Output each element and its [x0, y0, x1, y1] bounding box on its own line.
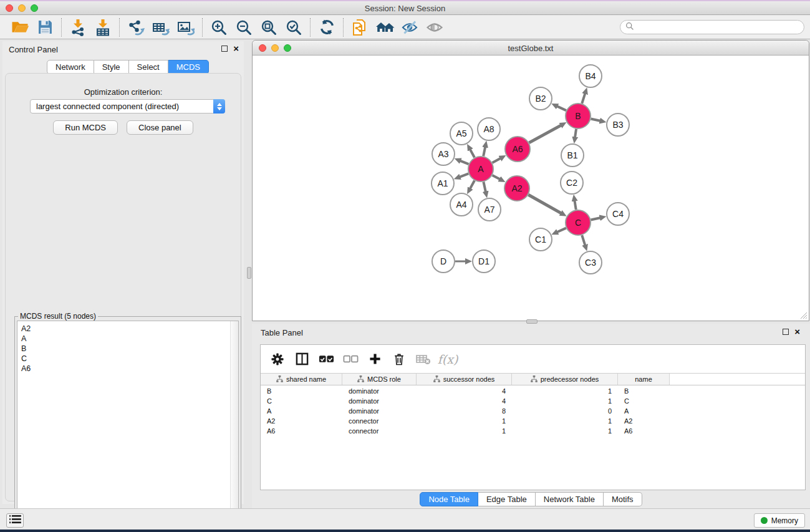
- run-mcds-button[interactable]: Run MCDS: [53, 120, 118, 135]
- network-canvas[interactable]: B4B2BB3A8A5A6A3B1AA1C2A2A4A7C4CC1C3DD1: [253, 56, 809, 321]
- edge-B-B1[interactable]: [575, 129, 576, 138]
- delete-column-icon[interactable]: [390, 350, 408, 369]
- network-node-D1[interactable]: D1: [473, 250, 495, 273]
- tab-network-table[interactable]: Network Table: [536, 492, 604, 506]
- edge-A-A5[interactable]: [470, 149, 475, 158]
- zoom-selected-icon[interactable]: [281, 17, 306, 37]
- network-node-B2[interactable]: B2: [529, 87, 552, 110]
- apply-layout-icon[interactable]: [314, 17, 339, 37]
- edge-A-A6[interactable]: [492, 158, 501, 163]
- float-table-panel-icon[interactable]: [783, 329, 789, 335]
- edge-A-A4[interactable]: [470, 180, 475, 189]
- import-table-icon[interactable]: [90, 17, 115, 37]
- network-node-A5[interactable]: A5: [450, 122, 473, 145]
- memory-button[interactable]: Memory: [754, 513, 805, 528]
- network-node-C4[interactable]: C4: [607, 203, 629, 225]
- edge-C-C4[interactable]: [591, 218, 601, 220]
- save-session-icon[interactable]: [32, 17, 57, 37]
- open-session-icon[interactable]: [7, 17, 32, 37]
- network-node-C2[interactable]: C2: [561, 172, 583, 194]
- network-node-A2[interactable]: A2: [504, 176, 529, 201]
- network-node-B1[interactable]: B1: [561, 144, 584, 167]
- zoom-out-icon[interactable]: [231, 17, 256, 37]
- tab-network[interactable]: Network: [47, 60, 94, 74]
- network-node-B3[interactable]: B3: [607, 114, 629, 136]
- mcds-result-item[interactable]: A6: [21, 364, 238, 374]
- tab-select[interactable]: Select: [129, 60, 168, 74]
- search-input[interactable]: [637, 22, 804, 33]
- edge-C-C1[interactable]: [557, 228, 566, 233]
- import-network-icon[interactable]: [65, 17, 90, 37]
- tab-edge-table[interactable]: Edge Table: [478, 492, 536, 506]
- zoom-in-icon[interactable]: [206, 17, 231, 37]
- network-node-A4[interactable]: A4: [450, 193, 473, 216]
- network-node-C[interactable]: C: [566, 210, 591, 235]
- edge-B-B3[interactable]: [591, 118, 601, 121]
- tab-node-table[interactable]: Node Table: [420, 492, 478, 506]
- close-panel-button[interactable]: Close panel: [127, 120, 193, 135]
- export-table-icon[interactable]: [148, 17, 173, 37]
- network-node-B[interactable]: B: [566, 104, 591, 128]
- zoom-fit-icon[interactable]: [256, 17, 281, 37]
- network-node-D[interactable]: D: [432, 250, 455, 273]
- criterion-dropdown[interactable]: largest connected component (directed): [30, 99, 225, 114]
- network-node-A8[interactable]: A8: [478, 118, 500, 140]
- close-table-panel-icon[interactable]: ×: [794, 329, 800, 335]
- network-node-C1[interactable]: C1: [529, 228, 552, 251]
- tab-style[interactable]: Style: [94, 60, 129, 74]
- network-node-A[interactable]: A: [468, 157, 493, 181]
- select-all-rows-icon[interactable]: [317, 350, 335, 369]
- home-icon[interactable]: [372, 17, 397, 37]
- close-panel-icon[interactable]: ×: [233, 46, 239, 52]
- float-panel-icon[interactable]: [221, 46, 228, 52]
- edge-A-A7[interactable]: [483, 182, 486, 193]
- table-row[interactable]: A6connector11A6: [261, 426, 805, 436]
- network-node-A7[interactable]: A7: [478, 198, 501, 221]
- scrollbar[interactable]: [230, 321, 238, 526]
- edge-C-C3[interactable]: [582, 235, 585, 246]
- edge-B-B4[interactable]: [582, 93, 585, 104]
- edge-A-A8[interactable]: [483, 146, 485, 156]
- network-node-C3[interactable]: C3: [579, 251, 602, 274]
- mcds-result-item[interactable]: A: [21, 334, 238, 344]
- mcds-result-item[interactable]: B: [21, 344, 238, 354]
- export-image-icon[interactable]: [173, 17, 198, 37]
- column-header-predecessor-nodes[interactable]: predecessor nodes: [512, 374, 618, 385]
- gear-icon[interactable]: [268, 350, 287, 369]
- network-node-A6[interactable]: A6: [505, 137, 530, 162]
- column-header-shared-name[interactable]: shared name: [261, 374, 342, 385]
- add-column-icon[interactable]: [365, 350, 384, 369]
- divider-scroll-thumb-vertical[interactable]: [247, 267, 251, 279]
- column-header-successor-nodes[interactable]: successor nodes: [417, 374, 512, 385]
- copy-network-icon[interactable]: [347, 17, 372, 37]
- mcds-result-list[interactable]: A2ABCA6: [17, 321, 239, 526]
- table-row[interactable]: Cdominator41C: [261, 396, 805, 406]
- hide-selected-icon[interactable]: [397, 17, 422, 37]
- column-header-name[interactable]: name: [618, 374, 670, 385]
- split-panel-icon[interactable]: [292, 350, 311, 369]
- search-field[interactable]: [620, 20, 804, 34]
- network-node-A3[interactable]: A3: [432, 143, 455, 165]
- edge-A-A1[interactable]: [459, 173, 468, 177]
- edge-C-C2[interactable]: [574, 200, 576, 210]
- network-node-A1[interactable]: A1: [432, 172, 454, 195]
- network-window-title-bar[interactable]: testGlobe.txt: [253, 41, 809, 56]
- mcds-result-item[interactable]: C: [21, 354, 238, 364]
- edge-A-A3[interactable]: [460, 160, 469, 164]
- table-row[interactable]: A2connector11A2: [261, 416, 805, 426]
- tab-mcds[interactable]: MCDS: [168, 60, 209, 74]
- table-row[interactable]: Bdominator41B: [261, 386, 805, 396]
- table-row[interactable]: Adominator80A: [261, 406, 805, 416]
- edge-A2-C[interactable]: [528, 195, 562, 213]
- edge-A-A2[interactable]: [493, 175, 501, 180]
- resize-grip-icon[interactable]: [799, 311, 808, 319]
- network-node-B4[interactable]: B4: [579, 65, 602, 87]
- edge-B-B2[interactable]: [556, 106, 566, 110]
- show-panels-menu-button[interactable]: [6, 513, 24, 528]
- export-network-icon[interactable]: [123, 17, 148, 37]
- column-header-MCDS-role[interactable]: MCDS role: [342, 374, 417, 385]
- network-graph[interactable]: B4B2BB3A8A5A6A3B1AA1C2A2A4A7C4CC1C3DD1: [253, 56, 809, 321]
- divider-scroll-thumb-horizontal[interactable]: [526, 319, 538, 324]
- mcds-result-item[interactable]: A2: [21, 324, 238, 334]
- show-all-icon[interactable]: [422, 17, 447, 37]
